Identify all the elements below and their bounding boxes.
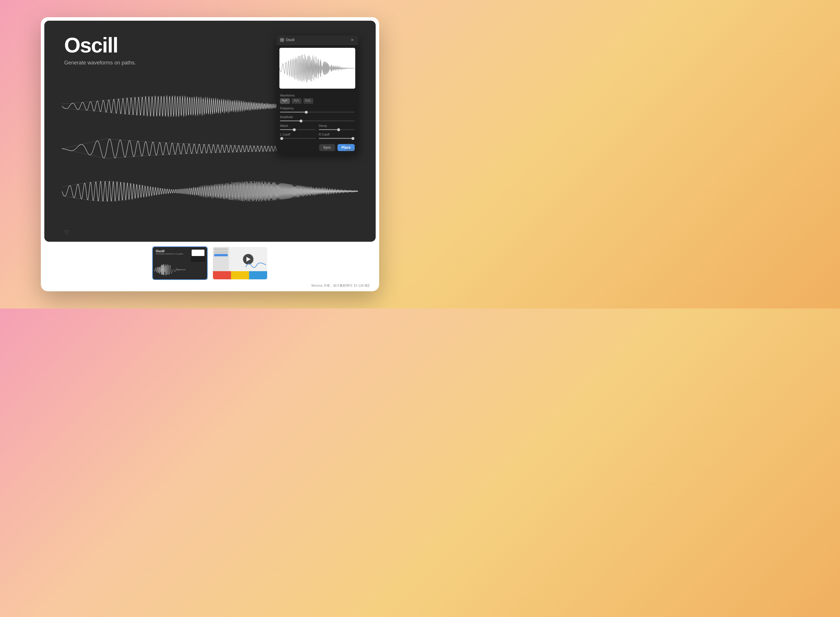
thumbnail-2[interactable] bbox=[212, 247, 268, 280]
thumbnail-1[interactable]: Oscill Generate waveforms on paths. bbox=[152, 247, 208, 280]
decay-slider-track[interactable] bbox=[319, 129, 355, 130]
frequency-control-row: Frequency bbox=[280, 107, 355, 112]
panel-preview bbox=[279, 48, 355, 89]
close-button[interactable]: ✕ bbox=[350, 38, 355, 42]
thumb-2-colors bbox=[213, 271, 267, 279]
lcutoff-label: L Cutoff bbox=[280, 133, 316, 136]
attack-slider-track[interactable] bbox=[280, 129, 316, 130]
thumb-1-inner: Oscill Generate waveforms on paths. bbox=[153, 247, 207, 279]
frequency-label: Frequency bbox=[280, 107, 355, 110]
rcutoff-slider-fill bbox=[319, 138, 353, 139]
app-subtitle: Generate waveforms on paths. bbox=[64, 60, 136, 66]
attack-decay-row: Attack Decay bbox=[280, 124, 355, 130]
rcutoff-slider-track[interactable] bbox=[319, 138, 355, 139]
thumb-1-title: Oscill bbox=[156, 249, 164, 253]
decay-control: Decay bbox=[319, 124, 355, 130]
decay-slider-fill bbox=[319, 129, 339, 130]
color-yellow bbox=[231, 271, 249, 279]
preview-canvas bbox=[279, 48, 355, 89]
thumb-1-sub: Generate waveforms on paths. bbox=[156, 253, 184, 255]
thumb-1-bg: Oscill Generate waveforms on paths. bbox=[153, 247, 207, 279]
decay-label: Decay bbox=[319, 124, 355, 127]
amplitude-slider-thumb[interactable] bbox=[300, 120, 303, 123]
frequency-slider-track[interactable] bbox=[280, 112, 355, 112]
app-title: Oscill bbox=[64, 35, 136, 56]
frequency-slider-thumb[interactable] bbox=[305, 111, 308, 114]
bottom-icon: ♡ bbox=[64, 229, 69, 236]
amplitude-control-row: Amplitude bbox=[280, 115, 355, 121]
thumb-1-panel bbox=[191, 249, 205, 262]
thumb-2-line-1 bbox=[214, 248, 228, 251]
attack-control: Attack bbox=[280, 124, 316, 130]
lcutoff-slider-track[interactable] bbox=[280, 138, 316, 139]
waveforms-label: Waveforms bbox=[280, 94, 355, 97]
panel-title-text: Oscill bbox=[286, 38, 294, 42]
plugin-panel: Oscill ✕ Waveforms bbox=[276, 35, 358, 154]
amplitude-label: Amplitude bbox=[280, 115, 355, 119]
thumb-2-bg bbox=[213, 247, 267, 279]
oscill-icon bbox=[280, 38, 284, 42]
attack-slider-thumb[interactable] bbox=[293, 128, 296, 131]
waveform-canvas-3 bbox=[62, 178, 358, 204]
thumb-2-inner bbox=[213, 247, 267, 279]
waveform-control-row: Waveforms bbox=[280, 94, 355, 104]
mini-chart bbox=[246, 260, 266, 270]
expand-icons: ↗ ↙ bbox=[346, 142, 350, 152]
waveform-buttons bbox=[280, 98, 355, 104]
frequency-slider-fill bbox=[280, 112, 306, 112]
rcutoff-control: R Cutoff bbox=[319, 133, 355, 139]
thumb-2-top bbox=[213, 247, 267, 271]
rcutoff-slider-thumb[interactable] bbox=[351, 137, 354, 140]
panel-controls: Waveforms Frequen bbox=[276, 92, 358, 142]
wave-row-3 bbox=[62, 178, 358, 204]
thumb-2-line-2 bbox=[214, 251, 228, 253]
lcutoff-control: L Cutoff bbox=[280, 133, 316, 139]
wave-btn-sine[interactable] bbox=[280, 98, 290, 104]
thumb-2-line-3 bbox=[214, 254, 228, 256]
thumb-1-wave bbox=[154, 263, 186, 277]
color-blue bbox=[249, 271, 267, 279]
expand-in-icon[interactable]: ↙ bbox=[346, 148, 350, 152]
lcutoff-slider-thumb[interactable] bbox=[280, 137, 283, 140]
rcutoff-label: R Cutoff bbox=[319, 133, 355, 136]
amplitude-slider-track[interactable] bbox=[280, 120, 355, 121]
thumb-2-left bbox=[213, 247, 229, 271]
panel-titlebar: Oscill ✕ bbox=[276, 35, 358, 45]
wave-btn-triangle[interactable] bbox=[292, 98, 301, 104]
wave-btn-square[interactable] bbox=[303, 98, 313, 104]
main-screen: Oscill Generate waveforms on paths. ♡ bbox=[44, 21, 376, 242]
cutoff-row: L Cutoff R Cutoff bbox=[280, 133, 355, 139]
attack-label: Attack bbox=[280, 124, 316, 127]
title-area: Oscill Generate waveforms on paths. bbox=[64, 35, 136, 66]
decay-slider-thumb[interactable] bbox=[337, 128, 340, 131]
watermark: Moonvy 月维，设计素材周刊【# 126 期】 bbox=[44, 282, 376, 288]
thumb-2-play-area bbox=[229, 247, 267, 271]
attack-slider-fill bbox=[280, 129, 294, 130]
panel-title-left: Oscill bbox=[280, 38, 294, 42]
amplitude-slider-fill bbox=[280, 120, 301, 121]
sync-button[interactable]: Sync bbox=[319, 144, 335, 151]
thumb-1-panel-white bbox=[192, 249, 204, 256]
color-red bbox=[213, 271, 231, 279]
outer-card: Oscill Generate waveforms on paths. ♡ bbox=[41, 17, 379, 291]
thumbnails: Oscill Generate waveforms on paths. bbox=[44, 242, 376, 282]
expand-out-icon[interactable]: ↗ bbox=[346, 142, 350, 147]
